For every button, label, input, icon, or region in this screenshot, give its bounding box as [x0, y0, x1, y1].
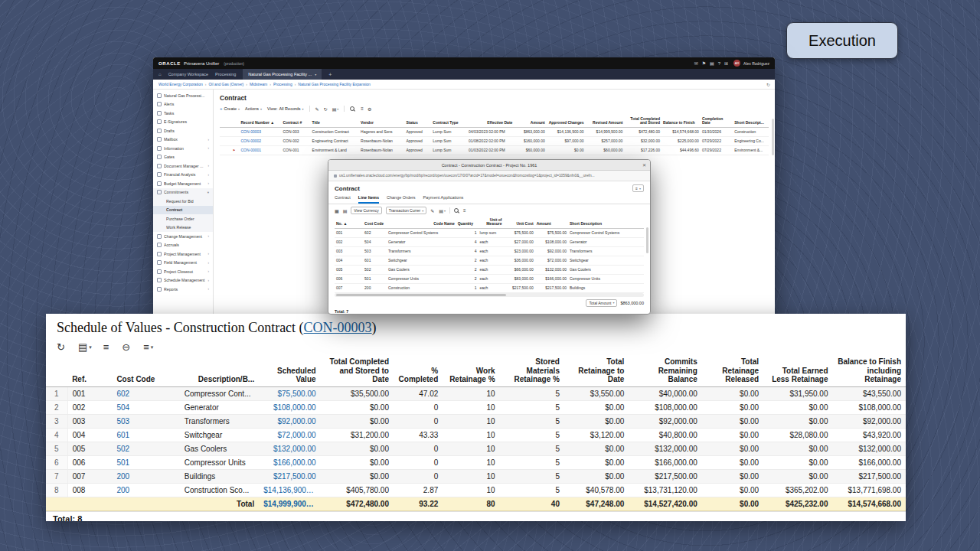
create-button[interactable]: + Create ▾ — [220, 106, 240, 111]
column-header[interactable]: Title — [311, 116, 360, 127]
cell-cost-code[interactable]: 602 — [363, 228, 387, 237]
menu-button[interactable]: ≡ ▾ — [632, 184, 644, 192]
sidebar-item[interactable]: Alerts — [153, 100, 213, 109]
sidebar-item[interactable]: Field Management › — [153, 259, 213, 268]
column-header[interactable]: Status — [404, 116, 431, 127]
chevron-down-icon[interactable]: ▾ — [315, 73, 316, 77]
cell-cost-code[interactable]: 504 — [112, 400, 179, 414]
column-header[interactable]: Effective Date — [467, 116, 514, 127]
column-header[interactable] — [46, 356, 67, 386]
home-icon[interactable]: ⌂ — [158, 72, 162, 77]
column-header[interactable]: Code Name — [387, 217, 456, 228]
menu-icon[interactable]: ≡ — [361, 106, 364, 111]
print-icon[interactable]: ▤ — [710, 60, 714, 66]
edit-icon[interactable]: ✎ — [430, 208, 435, 214]
cell-cost-code[interactable]: 602 — [112, 386, 179, 400]
sidebar-item[interactable]: Gates — [153, 153, 213, 162]
edit-icon[interactable]: ✎ — [315, 106, 320, 112]
cell-cost-code[interactable]: 501 — [112, 455, 179, 469]
column-header[interactable]: No. ▲ — [335, 217, 349, 228]
popup-url[interactable]: us1.unifiersales.oraclecloud.com/energy/… — [339, 174, 595, 178]
cell-scheduled-value[interactable]: $14,136,900.00 — [259, 483, 320, 497]
sidebar-item[interactable]: Schedule Management › — [153, 276, 213, 285]
sidebar-item[interactable]: Contract — [153, 206, 213, 215]
cell-cost-code[interactable]: 200 — [363, 283, 387, 292]
table-row[interactable]: 5 005 502 Gas Coolers $132,000.00 $0.00 … — [46, 442, 906, 455]
tab[interactable]: Payment Applications — [423, 195, 464, 204]
sidebar-item[interactable]: Financial Analysis › — [153, 171, 213, 180]
print-icon[interactable]: ▤▾ — [332, 106, 339, 112]
sidebar-item[interactable]: Drafts — [153, 126, 213, 135]
cell-scheduled-value[interactable]: $75,500.00 — [259, 386, 320, 400]
column-header[interactable]: Balance to Finish — [662, 116, 701, 127]
column-header[interactable]: Short Descript... — [733, 116, 769, 127]
horizontal-scrollbar[interactable] — [335, 293, 644, 297]
column-header[interactable]: Record Number ▲ — [239, 116, 281, 127]
column-header[interactable] — [356, 217, 363, 228]
menu-icon[interactable]: ≡ — [463, 208, 466, 213]
column-header[interactable]: Approved Changes — [547, 116, 586, 127]
column-header[interactable]: Contract Type — [431, 116, 467, 127]
table-row[interactable]: 2 002 504 Generator $108,000.00 $0.00 0 … — [46, 400, 906, 414]
avatar[interactable]: AR — [733, 60, 740, 67]
column-header[interactable]: Total Retainage to Date — [564, 356, 629, 386]
column-header[interactable] — [349, 217, 356, 228]
cell-scheduled-value[interactable]: $132,000.00 — [259, 442, 320, 455]
column-header[interactable]: Total Completed and Stored — [624, 116, 662, 127]
cell-cost-code[interactable]: 502 — [112, 442, 179, 455]
column-header[interactable]: Scheduled Value — [259, 356, 320, 386]
currency-select[interactable]: Transaction Currer ▾ — [386, 207, 427, 214]
add-tab-button[interactable]: + — [328, 72, 332, 77]
sidebar-item[interactable]: Reports › — [153, 285, 213, 294]
column-header[interactable] — [231, 116, 240, 127]
table-row[interactable]: CON-00002 CON-002 Engineering Contract R… — [220, 136, 769, 145]
sidebar-item[interactable]: Purchase Order — [153, 214, 213, 223]
column-header[interactable]: Balance to Finish including Retainage — [833, 356, 906, 386]
column-header[interactable]: Stored Materials Retainage % — [500, 356, 564, 386]
column-header[interactable]: Cost Code — [112, 356, 179, 386]
active-project-tab[interactable]: Natural Gas Processing Facility ... ▾ — [243, 69, 322, 80]
cell-scheduled-value[interactable]: $108,000.00 — [259, 400, 320, 414]
breadcrumb-item[interactable]: Oil and Gas (Owner)› — [208, 82, 247, 86]
table-row[interactable]: 6 006 501 Compressor Units $166,000.00 $… — [46, 455, 906, 469]
grid-icon[interactable]: ▦ — [335, 208, 339, 214]
column-header[interactable]: Contract # — [281, 116, 310, 127]
cell-select[interactable] — [220, 136, 231, 145]
actions-button[interactable]: Actions ▾ — [245, 106, 262, 111]
sidebar-item[interactable]: Work Release — [153, 223, 213, 233]
column-header[interactable]: Completion Date — [701, 116, 733, 127]
cell-scheduled-value[interactable]: $166,000.00 — [259, 455, 320, 469]
cell-scheduled-value[interactable]: $92,000.00 — [259, 414, 320, 428]
contract-link[interactable]: CON-00003 — [304, 320, 372, 335]
cell-scheduled-value[interactable]: $217,500.00 — [259, 469, 320, 483]
column-header[interactable]: Revised Amount — [586, 116, 625, 127]
table-row[interactable]: 005 502 Gas Coolers 2 each $66,000.00 $1… — [335, 265, 644, 274]
search-icon[interactable] — [454, 208, 459, 214]
apps-icon[interactable]: ⊞ — [724, 60, 728, 66]
cell-cost-code[interactable]: 504 — [363, 237, 387, 246]
sidebar-item[interactable]: Accruals — [153, 241, 213, 250]
refresh-icon[interactable]: ↻ — [57, 341, 67, 353]
cell-cost-code[interactable]: 503 — [363, 246, 387, 256]
cell-cost-code[interactable]: 601 — [112, 428, 179, 442]
cell-cost-code[interactable]: 503 — [112, 414, 179, 428]
column-header[interactable]: Work Retainage % — [443, 356, 499, 386]
help-icon[interactable]: ? — [718, 61, 720, 66]
sidebar-item[interactable]: Budget Management › — [153, 179, 213, 188]
print-icon[interactable]: ▤▾ — [78, 341, 92, 353]
table-row[interactable]: 004 601 Switchgear 2 each $36,000.00 $72… — [335, 256, 644, 265]
nav-processing[interactable]: Processing — [215, 72, 236, 77]
tab[interactable]: Change Orders — [387, 195, 416, 204]
table-icon[interactable]: ▤ — [343, 208, 348, 214]
table-row[interactable]: 4 004 601 Switchgear $72,000.00 $31,200.… — [46, 428, 906, 442]
column-header[interactable]: Amount — [514, 116, 546, 127]
table-row[interactable]: CON-00003 CON-003 Construction Contract … — [220, 127, 769, 136]
sidebar-item[interactable]: Project Management › — [153, 249, 213, 259]
column-header[interactable]: Ref. — [67, 356, 112, 386]
scrollbar[interactable] — [646, 227, 648, 253]
sidebar-item[interactable]: Change Management › — [153, 232, 213, 241]
column-header[interactable]: Description/B... — [180, 356, 259, 386]
view-currency-button[interactable]: View Currency — [351, 207, 381, 214]
cell-cost-code[interactable]: 501 — [363, 274, 387, 283]
table-row[interactable]: 001 602 Compressor Control Systems 1 lum… — [335, 228, 644, 237]
